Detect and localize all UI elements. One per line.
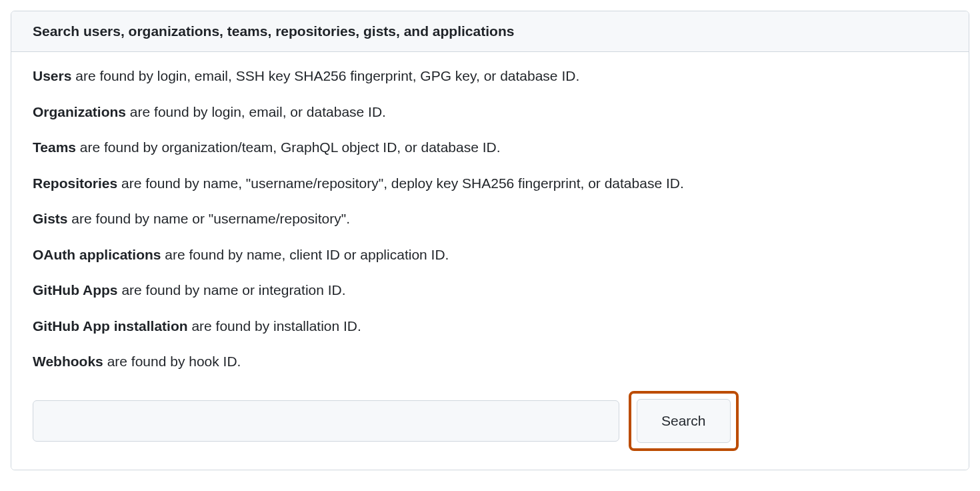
- hint-label: Gists: [33, 211, 68, 226]
- hint-label: Teams: [33, 139, 76, 155]
- search-button[interactable]: Search: [637, 399, 731, 443]
- hint-label: Webhooks: [33, 354, 103, 369]
- search-panel: Search users, organizations, teams, repo…: [11, 11, 969, 470]
- hint-label: OAuth applications: [33, 247, 161, 262]
- hint-text: are found by name or integration ID.: [118, 282, 346, 298]
- hint-repositories: Repositories are found by name, "usernam…: [33, 173, 947, 194]
- hint-gists: Gists are found by name or "username/rep…: [33, 208, 947, 229]
- hint-label: Organizations: [33, 104, 126, 119]
- panel-title: Search users, organizations, teams, repo…: [11, 11, 969, 52]
- hint-webhooks: Webhooks are found by hook ID.: [33, 351, 947, 372]
- hint-text: are found by organization/team, GraphQL …: [76, 139, 501, 155]
- hint-text: are found by login, email, or database I…: [126, 104, 386, 119]
- hint-organizations: Organizations are found by login, email,…: [33, 101, 947, 123]
- search-row: Search: [33, 391, 947, 451]
- hint-label: GitHub App installation: [33, 318, 188, 334]
- hint-users: Users are found by login, email, SSH key…: [33, 65, 947, 87]
- panel-body: Users are found by login, email, SSH key…: [11, 52, 969, 470]
- hint-github-app-installation: GitHub App installation are found by ins…: [33, 316, 947, 337]
- hint-oauth-applications: OAuth applications are found by name, cl…: [33, 244, 947, 266]
- hint-label: GitHub Apps: [33, 282, 118, 298]
- hint-label: Users: [33, 68, 71, 83]
- hint-label: Repositories: [33, 175, 117, 191]
- hint-text: are found by name, client ID or applicat…: [161, 247, 449, 262]
- hint-text: are found by installation ID.: [188, 318, 361, 334]
- hint-text: are found by login, email, SSH key SHA25…: [71, 68, 579, 83]
- hint-text: are found by name or "username/repositor…: [68, 211, 350, 226]
- hint-text: are found by name, "username/repository"…: [117, 175, 684, 191]
- search-input[interactable]: [33, 400, 619, 442]
- search-button-highlight: Search: [629, 391, 739, 451]
- hint-teams: Teams are found by organization/team, Gr…: [33, 137, 947, 158]
- hint-github-apps: GitHub Apps are found by name or integra…: [33, 280, 947, 301]
- hint-text: are found by hook ID.: [103, 354, 241, 369]
